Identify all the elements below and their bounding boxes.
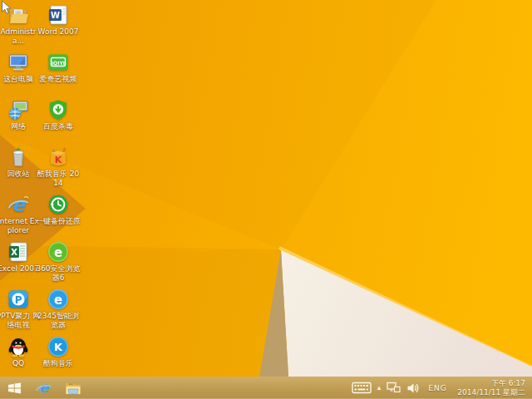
kugou-music-shortcut[interactable]: K酷狗音乐 <box>36 336 81 368</box>
icon-label: 爱奇艺视频 <box>36 75 81 84</box>
icon-label: 360安全浏览器6 <box>36 264 81 283</box>
clock-time: 下午 6:17 <box>457 379 525 388</box>
kuwo-music-icon: ♪ ♪ K <box>47 146 69 168</box>
iqiyi-shortcut[interactable]: iQIYI爱奇艺视频 <box>36 52 81 84</box>
icon-label: 网络 <box>0 122 41 131</box>
svg-text:e: e <box>54 245 62 260</box>
qq-icon <box>7 336 29 357</box>
this-pc-icon <box>7 52 29 73</box>
svg-text:K: K <box>54 341 63 353</box>
icon-label: Administra... <box>0 27 41 46</box>
admin-folder-shortcut[interactable]: Administra... <box>0 4 41 46</box>
2345-browser-icon: e <box>47 288 69 310</box>
icon-label: 这台电脑 <box>0 75 41 84</box>
touch-keyboard-icon[interactable] <box>352 377 372 399</box>
excel-icon: X <box>7 241 29 263</box>
icon-label: Word 2007 <box>36 27 81 37</box>
network-icon <box>7 99 29 121</box>
taskbar-file-explorer[interactable] <box>58 377 88 399</box>
icon-label: 百度杀毒 <box>36 122 81 131</box>
2345-browser-shortcut[interactable]: e2345智能浏览器 <box>36 288 81 330</box>
admin-folder-icon <box>7 4 29 26</box>
icon-label: 酷我音乐 2014 <box>36 170 81 188</box>
internet-explorer-icon: e <box>7 194 29 215</box>
file-explorer-icon <box>65 381 81 396</box>
clock-date: 2014/11/11 星期二 <box>457 388 525 397</box>
excel-shortcut[interactable]: XExcel 2007 <box>0 241 41 273</box>
kuwo-music-shortcut[interactable]: ♪ ♪ K酷我音乐 2014 <box>36 146 81 188</box>
desktop-icons: Administra... W Word 2007 这台电脑 iQIYI爱奇艺视… <box>0 0 532 377</box>
internet-explorer-icon: e <box>35 379 52 397</box>
icon-label: Excel 2007 <box>0 264 41 273</box>
show-hidden-icons-button[interactable]: ▴ <box>377 377 382 399</box>
taskbar-internet-explorer[interactable]: e <box>28 377 58 399</box>
360-browser-icon: e <box>47 241 69 263</box>
backup-restore-shortcut[interactable]: 一键备份还原 <box>36 194 81 226</box>
360-browser-shortcut[interactable]: e360安全浏览器6 <box>36 241 81 283</box>
baidu-antivirus-shortcut[interactable]: 百度杀毒 <box>36 99 81 131</box>
svg-text:K: K <box>55 155 62 165</box>
pptv-shortcut[interactable]: PPPTV聚力 网络电视 <box>0 288 41 330</box>
network-shortcut[interactable]: 网络 <box>0 99 41 131</box>
icon-label: 回收站 <box>0 170 41 179</box>
this-pc-shortcut[interactable]: 这台电脑 <box>0 52 41 84</box>
svg-text:P: P <box>15 294 22 306</box>
recycle-bin-shortcut[interactable]: 回收站 <box>0 146 41 179</box>
icon-label: Internet Explorer <box>0 217 41 235</box>
network-icon[interactable] <box>387 377 401 399</box>
start-button[interactable] <box>0 377 28 399</box>
recycle-bin-icon <box>7 146 29 168</box>
icon-label: 2345智能浏览器 <box>36 312 81 330</box>
internet-explorer-shortcut[interactable]: e Internet Explorer <box>0 194 41 235</box>
system-tray: ▴ ENG 下午 6:17 2014/11/11 星期二 <box>352 377 532 399</box>
word-icon: W <box>47 4 69 26</box>
iqiyi-icon: iQIYI <box>47 52 69 73</box>
word-shortcut[interactable]: W Word 2007 <box>36 4 81 37</box>
svg-text:X: X <box>11 248 17 257</box>
pptv-icon: P <box>7 288 29 310</box>
svg-text:e: e <box>38 379 49 396</box>
kugou-music-icon: K <box>47 336 69 357</box>
icon-label: PPTV聚力 网络电视 <box>0 312 41 330</box>
svg-text:e: e <box>12 194 26 215</box>
backup-restore-icon <box>47 194 69 215</box>
windows-logo-icon <box>7 381 22 395</box>
svg-text:iQIYI: iQIYI <box>52 60 65 66</box>
clock[interactable]: 下午 6:17 2014/11/11 星期二 <box>455 379 528 397</box>
svg-text:e: e <box>54 293 62 308</box>
icon-label: 酷狗音乐 <box>36 359 81 368</box>
language-indicator[interactable]: ENG <box>426 383 449 392</box>
svg-text:W: W <box>51 11 60 20</box>
baidu-antivirus-icon <box>47 99 69 121</box>
desktop-screen: Administra... W Word 2007 这台电脑 iQIYI爱奇艺视… <box>0 0 532 399</box>
volume-icon[interactable] <box>406 377 420 399</box>
icon-label: QQ <box>0 359 41 368</box>
icon-label: 一键备份还原 <box>36 217 81 226</box>
qq-shortcut[interactable]: QQ <box>0 336 41 368</box>
taskbar: e ▴ <box>0 377 532 399</box>
